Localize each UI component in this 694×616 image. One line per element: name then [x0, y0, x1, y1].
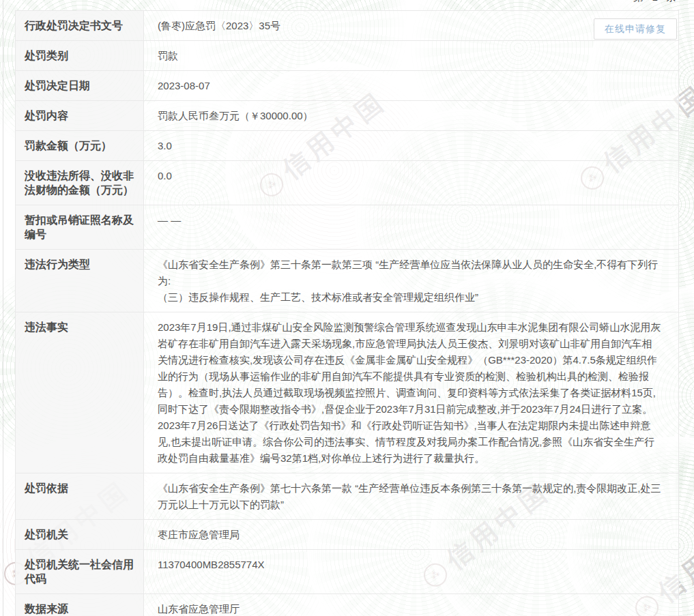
- row-label: 处罚机关: [16, 520, 144, 549]
- online-repair-button[interactable]: 在线申请修复: [594, 18, 677, 40]
- row-value: 罚款: [144, 41, 678, 70]
- penalty-detail-table: 行政处罚决定书文号 (鲁枣)应急罚〈2023〉35号 处罚类别 罚款 处罚决定日…: [15, 10, 679, 616]
- row-label: 处罚依据: [16, 473, 144, 519]
- row-label: 行政处罚决定书文号: [16, 11, 144, 40]
- row-value: 山东省应急管理厅: [144, 594, 678, 616]
- table-row: 处罚内容 罚款人民币叁万元（￥30000.00）: [16, 101, 678, 131]
- row-value: 2023-08-07: [144, 71, 678, 100]
- row-label: 处罚决定日期: [16, 71, 144, 100]
- row-value: 罚款人民币叁万元（￥30000.00）: [144, 101, 678, 130]
- row-value: 枣庄市应急管理局: [144, 520, 678, 549]
- table-row: 行政处罚决定书文号 (鲁枣)应急罚〈2023〉35号: [16, 11, 678, 41]
- row-value: 0.0: [144, 161, 678, 205]
- row-value: 3.0: [144, 131, 678, 160]
- table-row: 暂扣或吊销证照名称及编号 — —: [16, 205, 678, 250]
- row-label: 罚款金额（万元）: [16, 131, 144, 160]
- page-top-clipped-text: 第 1 条: [633, 0, 679, 4]
- row-label: 暂扣或吊销证照名称及编号: [16, 205, 144, 249]
- table-row: 处罚机关统一社会信用代码 11370400MB2855774X: [16, 550, 678, 594]
- row-value: 11370400MB2855774X: [144, 550, 678, 593]
- row-label: 违法行为类型: [16, 250, 144, 312]
- row-value: — —: [144, 205, 678, 249]
- table-row: 处罚机关 枣庄市应急管理局: [16, 520, 678, 550]
- row-label: 违法事实: [16, 312, 144, 473]
- row-label: 处罚机关统一社会信用代码: [16, 550, 144, 593]
- left-edge-divider: [3, 0, 3, 616]
- row-label: 处罚内容: [16, 101, 144, 130]
- row-value: 《山东省安全生产条例》第七十六条第一款 “生产经营单位违反本条例第三十条第一款规…: [144, 473, 678, 519]
- table-row: 没收违法所得、没收非法财物的金额（万元） 0.0: [16, 161, 678, 205]
- table-row: 数据来源 山东省应急管理厅: [16, 594, 678, 616]
- row-label: 没收违法所得、没收非法财物的金额（万元）: [16, 161, 144, 205]
- table-row: 违法行为类型 《山东省安全生产条例》第三十条第一款第三项 “生产经营单位应当依法…: [16, 250, 678, 312]
- table-row: 处罚决定日期 2023-08-07: [16, 71, 678, 101]
- row-value: 2023年7月19日,通过非煤矿山安全风险监测预警综合管理系统巡查发现山东申丰水…: [144, 312, 678, 473]
- row-label: 处罚类别: [16, 41, 144, 70]
- row-label: 数据来源: [16, 594, 144, 616]
- table-row: 处罚类别 罚款: [16, 41, 678, 71]
- row-value: 《山东省安全生产条例》第三十条第一款第三项 “生产经营单位应当依法保障从业人员的…: [144, 250, 678, 312]
- table-row: 处罚依据 《山东省安全生产条例》第七十六条第一款 “生产经营单位违反本条例第三十…: [16, 473, 678, 520]
- table-row: 罚款金额（万元） 3.0: [16, 131, 678, 161]
- table-row: 违法事实 2023年7月19日,通过非煤矿山安全风险监测预警综合管理系统巡查发现…: [16, 312, 678, 473]
